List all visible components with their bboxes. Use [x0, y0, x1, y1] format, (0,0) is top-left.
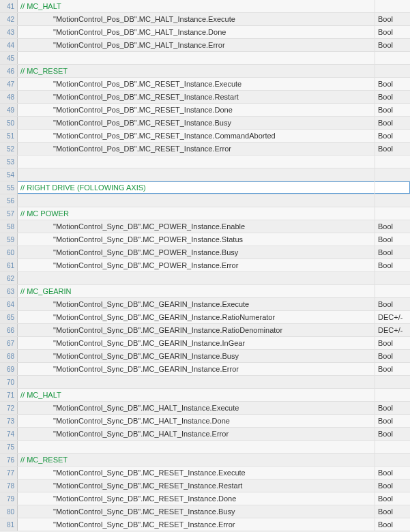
table-row[interactable]: 59"MotionControl_Sync_DB".MC_POWER_Insta…	[0, 233, 410, 246]
table-row[interactable]: 75	[0, 441, 410, 454]
row-content[interactable]: "MotionControl_Sync_DB".MC_RESET_Instanc…	[18, 492, 375, 505]
row-content[interactable]: "MotionControl_Pos_DB".MC_RESET_Instance…	[18, 104, 375, 116]
row-content[interactable]	[18, 168, 375, 181]
row-content[interactable]: "MotionControl_Pos_DB".MC_HALT_Instance.…	[18, 26, 375, 38]
table-row[interactable]: 81"MotionControl_Sync_DB".MC_RESET_Insta…	[0, 518, 410, 531]
table-row[interactable]: 70	[0, 376, 410, 389]
line-number: 68	[0, 350, 18, 362]
table-row[interactable]: 55// RIGHT DRIVE (FOLLOWING AXIS)	[0, 181, 410, 194]
row-content[interactable]: "MotionControl_Pos_DB".MC_RESET_Instance…	[18, 130, 375, 142]
table-row[interactable]: 76// MC_RESET	[0, 454, 410, 467]
row-content[interactable]: "MotionControl_Sync_DB".MC_GEARIN_Instan…	[18, 337, 375, 349]
row-content[interactable]: "MotionControl_Sync_DB".MC_RESET_Instanc…	[18, 518, 375, 531]
table-row[interactable]: 61"MotionControl_Sync_DB".MC_POWER_Insta…	[0, 259, 410, 272]
table-row[interactable]: 50"MotionControl_Pos_DB".MC_RESET_Instan…	[0, 117, 410, 130]
row-content[interactable]: "MotionControl_Sync_DB".MC_GEARIN_Instan…	[18, 311, 375, 323]
row-content[interactable]: "MotionControl_Pos_DB".MC_RESET_Instance…	[18, 78, 375, 90]
table-row[interactable]: 42"MotionControl_Pos_DB".MC_HALT_Instanc…	[0, 13, 410, 26]
row-content[interactable]: "MotionControl_Sync_DB".MC_POWER_Instanc…	[18, 220, 375, 233]
row-content[interactable]: // RIGHT DRIVE (FOLLOWING AXIS)	[18, 181, 375, 194]
table-row[interactable]: 73"MotionControl_Sync_DB".MC_HALT_Instan…	[0, 415, 410, 428]
watch-table-editor[interactable]: 41// MC_HALT42"MotionControl_Pos_DB".MC_…	[0, 0, 410, 531]
table-row[interactable]: 48"MotionControl_Pos_DB".MC_RESET_Instan…	[0, 91, 410, 104]
variable-name: "MotionControl_Sync_DB".MC_GEARIN_Instan…	[53, 313, 275, 321]
table-row[interactable]: 72"MotionControl_Sync_DB".MC_HALT_Instan…	[0, 402, 410, 415]
row-content[interactable]: "MotionControl_Sync_DB".MC_RESET_Instanc…	[18, 479, 375, 492]
table-row[interactable]: 51"MotionControl_Pos_DB".MC_RESET_Instan…	[0, 130, 410, 143]
table-row[interactable]: 63// MC_GEARIN	[0, 285, 410, 298]
variable-name: "MotionControl_Sync_DB".MC_HALT_Instance…	[53, 417, 230, 425]
table-row[interactable]: 43"MotionControl_Pos_DB".MC_HALT_Instanc…	[0, 26, 410, 39]
row-content[interactable]: // MC_GEARIN	[18, 285, 375, 297]
table-row[interactable]: 66"MotionControl_Sync_DB".MC_GEARIN_Inst…	[0, 324, 410, 337]
row-content[interactable]: // MC POWER	[18, 207, 375, 220]
table-row[interactable]: 79"MotionControl_Sync_DB".MC_RESET_Insta…	[0, 492, 410, 505]
table-row[interactable]: 69"MotionControl_Sync_DB".MC_GEARIN_Inst…	[0, 363, 410, 376]
row-content[interactable]: "MotionControl_Pos_DB".MC_HALT_Instance.…	[18, 13, 375, 25]
table-row[interactable]: 74"MotionControl_Sync_DB".MC_HALT_Instan…	[0, 428, 410, 441]
variable-name: "MotionControl_Sync_DB".MC_POWER_Instanc…	[53, 235, 243, 243]
line-number: 76	[0, 454, 18, 466]
row-content[interactable]: "MotionControl_Sync_DB".MC_POWER_Instanc…	[18, 246, 375, 258]
line-number: 55	[0, 181, 18, 194]
table-row[interactable]: 60"MotionControl_Sync_DB".MC_POWER_Insta…	[0, 246, 410, 259]
row-content[interactable]: "MotionControl_Sync_DB".MC_GEARIN_Instan…	[18, 324, 375, 336]
table-row[interactable]: 67"MotionControl_Sync_DB".MC_GEARIN_Inst…	[0, 337, 410, 350]
table-row[interactable]: 64"MotionControl_Sync_DB".MC_GEARIN_Inst…	[0, 298, 410, 311]
table-row[interactable]: 46// MC_RESET	[0, 65, 410, 78]
row-content[interactable]: "MotionControl_Pos_DB".MC_HALT_Instance.…	[18, 39, 375, 51]
variable-name: "MotionControl_Pos_DB".MC_HALT_Instance.…	[53, 15, 235, 23]
variable-name: "MotionControl_Sync_DB".MC_RESET_Instanc…	[53, 469, 246, 477]
row-content[interactable]: "MotionControl_Sync_DB".MC_GEARIN_Instan…	[18, 298, 375, 310]
row-content[interactable]: "MotionControl_Pos_DB".MC_RESET_Instance…	[18, 91, 375, 103]
row-content[interactable]: "MotionControl_Sync_DB".MC_RESET_Instanc…	[18, 467, 375, 479]
table-row[interactable]: 58"MotionControl_Sync_DB".MC_POWER_Insta…	[0, 220, 410, 233]
row-content[interactable]	[18, 194, 375, 207]
table-row[interactable]: 78"MotionControl_Sync_DB".MC_RESET_Insta…	[0, 479, 410, 492]
row-content[interactable]: "MotionControl_Sync_DB".MC_GEARIN_Instan…	[18, 350, 375, 362]
table-row[interactable]: 56	[0, 194, 410, 207]
line-number: 49	[0, 104, 18, 116]
table-row[interactable]: 47"MotionControl_Pos_DB".MC_RESET_Instan…	[0, 78, 410, 91]
row-content[interactable]: // MC_HALT	[18, 0, 375, 12]
table-row[interactable]: 57// MC POWER	[0, 207, 410, 220]
table-row[interactable]: 68"MotionControl_Sync_DB".MC_GEARIN_Inst…	[0, 350, 410, 363]
row-content[interactable]: "MotionControl_Sync_DB".MC_POWER_Instanc…	[18, 259, 375, 271]
row-content[interactable]: // MC_RESET	[18, 454, 375, 466]
table-row[interactable]: 65"MotionControl_Sync_DB".MC_GEARIN_Inst…	[0, 311, 410, 324]
row-content[interactable]: "MotionControl_Sync_DB".MC_POWER_Instanc…	[18, 233, 375, 246]
row-content[interactable]: "MotionControl_Sync_DB".MC_HALT_Instance…	[18, 428, 375, 440]
line-number: 41	[0, 0, 18, 12]
table-row[interactable]: 45	[0, 52, 410, 65]
row-content[interactable]: "MotionControl_Pos_DB".MC_RESET_Instance…	[18, 143, 375, 155]
table-row[interactable]: 52"MotionControl_Pos_DB".MC_RESET_Instan…	[0, 143, 410, 156]
line-number: 79	[0, 492, 18, 505]
row-content[interactable]: "MotionControl_Sync_DB".MC_GEARIN_Instan…	[18, 363, 375, 375]
table-row[interactable]: 41// MC_HALT	[0, 0, 410, 13]
row-content[interactable]: "MotionControl_Sync_DB".MC_HALT_Instance…	[18, 415, 375, 427]
variable-name: "MotionControl_Pos_DB".MC_RESET_Instance…	[53, 93, 239, 101]
data-type: Bool	[375, 246, 410, 258]
data-type	[375, 207, 410, 220]
data-type: Bool	[375, 415, 410, 427]
line-number: 70	[0, 376, 18, 388]
table-row[interactable]: 44"MotionControl_Pos_DB".MC_HALT_Instanc…	[0, 39, 410, 52]
data-type	[375, 65, 410, 77]
table-row[interactable]: 71// MC_HALT	[0, 389, 410, 402]
row-content[interactable]	[18, 272, 375, 284]
row-content[interactable]	[18, 52, 375, 64]
table-row[interactable]: 53	[0, 156, 410, 168]
table-row[interactable]: 62	[0, 272, 410, 285]
row-content[interactable]: "MotionControl_Sync_DB".MC_HALT_Instance…	[18, 402, 375, 414]
row-content[interactable]: // MC_HALT	[18, 389, 375, 401]
row-content[interactable]	[18, 376, 375, 388]
row-content[interactable]: "MotionControl_Sync_DB".MC_RESET_Instanc…	[18, 505, 375, 518]
table-row[interactable]: 49"MotionControl_Pos_DB".MC_RESET_Instan…	[0, 104, 410, 117]
row-content[interactable]: // MC_RESET	[18, 65, 375, 77]
table-row[interactable]: 54	[0, 168, 410, 181]
table-row[interactable]: 80"MotionControl_Sync_DB".MC_RESET_Insta…	[0, 505, 410, 518]
row-content[interactable]	[18, 156, 375, 168]
row-content[interactable]: "MotionControl_Pos_DB".MC_RESET_Instance…	[18, 117, 375, 129]
table-row[interactable]: 77"MotionControl_Sync_DB".MC_RESET_Insta…	[0, 467, 410, 479]
row-content[interactable]	[18, 441, 375, 453]
